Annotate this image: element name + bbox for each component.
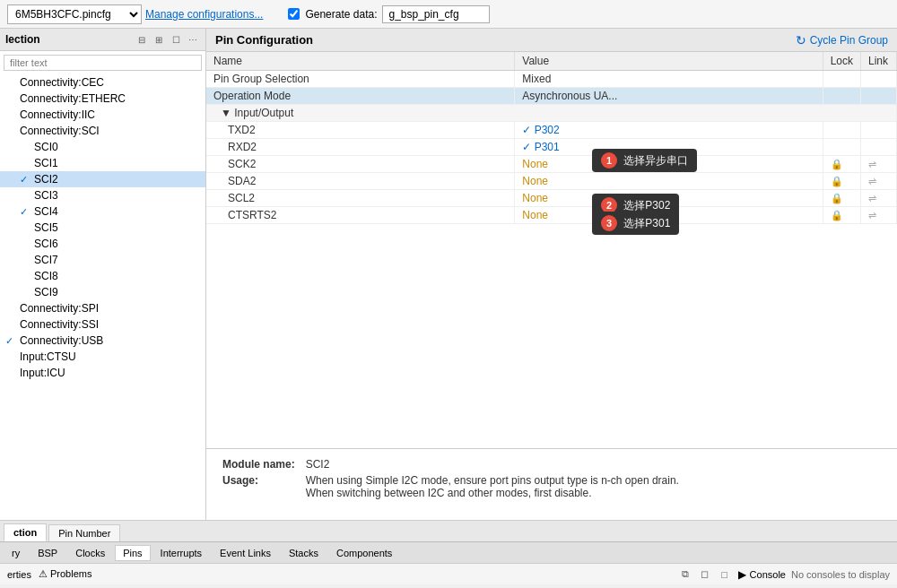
lock-icon: 🔒 — [831, 159, 843, 169]
tree-container: Connectivity:CEC Connectivity:ETHERC Con… — [0, 74, 205, 520]
link-icon: ⇌ — [868, 176, 876, 186]
table-row-rxd2[interactable]: RXD2 ✓ P301 — [206, 139, 897, 156]
tooltip-1: 1 选择异步串口 — [592, 149, 697, 172]
col-header-value: Value — [515, 52, 823, 71]
col-header-link: Link — [861, 52, 897, 71]
generate-input[interactable] — [382, 5, 490, 23]
row-link: ⇌ — [861, 173, 897, 190]
lock-icon: 🔒 — [831, 210, 843, 220]
tab-pin-number[interactable]: Pin Number — [48, 524, 120, 541]
tree-item-ctsu[interactable]: Input:CTSU — [0, 349, 205, 365]
usage-line1: When using Simple I2C mode, ensure port … — [306, 474, 679, 487]
tree-item-sci2[interactable]: ✓SCI2 — [0, 171, 205, 187]
tooltip-number-3: 3 — [601, 215, 617, 231]
tree-item-cec[interactable]: Connectivity:CEC — [0, 74, 205, 91]
module-usage-text: When using Simple I2C mode, ensure port … — [300, 472, 684, 501]
row-name: Operation Mode — [206, 88, 515, 105]
row-value[interactable]: None — [515, 173, 823, 190]
generate-section: Generate data: — [288, 5, 490, 23]
generate-label: Generate data: — [305, 8, 377, 21]
table-row-sck2[interactable]: SCK2 None 🔒 ⇌ — [206, 156, 897, 173]
tree-item-sci5[interactable]: SCI5 — [0, 220, 205, 236]
main-layout: lection ⊟ ⊞ ☐ ⋯ Connectivity:CEC Connect… — [0, 29, 897, 520]
footer-tab-event-links[interactable]: Event Links — [212, 545, 279, 561]
right-panel-header: Pin Configuration ↻ Cycle Pin Group — [206, 29, 897, 52]
problems-label[interactable]: ⚠ Problems — [39, 568, 92, 580]
table-row[interactable]: Pin Group Selection Mixed — [206, 71, 897, 88]
collapse-icon[interactable]: ⊟ — [135, 32, 149, 47]
tree-item-etherc[interactable]: Connectivity:ETHERC — [0, 91, 205, 107]
table-row-sda2[interactable]: SDA2 None 🔒 ⇌ — [206, 173, 897, 190]
console-label: Console — [750, 569, 786, 580]
tree-item-sci6[interactable]: SCI6 — [0, 236, 205, 252]
row-lock — [823, 88, 860, 105]
tree-item-sci7[interactable]: SCI7 — [0, 252, 205, 268]
tree-item-sci3[interactable]: SCI3 — [0, 187, 205, 203]
row-lock — [823, 71, 860, 88]
generate-checkbox[interactable] — [288, 8, 300, 20]
module-name-value: SCI2 — [300, 456, 684, 472]
col-header-lock: Lock — [823, 52, 860, 71]
table-row-ctsrts2[interactable]: CTSRTS2 None 🔒 ⇌ — [206, 207, 897, 224]
filter-input[interactable] — [4, 55, 202, 71]
row-lock: 🔒 — [823, 156, 860, 173]
table-row-txd2[interactable]: TXD2 ✓ P302 — [206, 122, 897, 139]
properties-label[interactable]: erties — [7, 569, 31, 580]
tree-item-sci9[interactable]: SCI9 — [0, 284, 205, 300]
config-dropdown[interactable]: 6M5BH3CFC.pincfg — [7, 4, 142, 24]
console-icon: ▶ — [738, 568, 746, 581]
right-panel: Pin Configuration ↻ Cycle Pin Group Name… — [206, 29, 897, 520]
table-row-operation-mode[interactable]: Operation Mode Asynchronous UA... — [206, 88, 897, 105]
console-button[interactable]: ▶ Console — [738, 568, 786, 581]
more-icon[interactable]: ⋯ — [186, 32, 200, 47]
module-name-row: Module name: SCI2 — [217, 456, 684, 472]
footer-tab-bsp[interactable]: BSP — [30, 545, 65, 561]
expand-icon[interactable]: ⊞ — [152, 32, 166, 47]
status-bar: erties ⚠ Problems ⧉ ◻ □ ▶ Console No con… — [0, 563, 897, 584]
row-value[interactable]: Mixed — [515, 71, 823, 88]
status-right: ⧉ ◻ □ ▶ Console No consoles to display — [677, 566, 890, 583]
row-name: TXD2 — [206, 122, 515, 139]
row-name: Pin Group Selection — [206, 71, 515, 88]
row-link: ⇌ — [861, 156, 897, 173]
cycle-icon: ↻ — [796, 33, 806, 48]
tree-item-sci0[interactable]: SCI0 — [0, 139, 205, 155]
row-link: ⇌ — [861, 207, 897, 224]
row-value[interactable]: ✓ P302 — [515, 122, 823, 139]
manage-configurations-link[interactable]: Manage configurations... — [145, 8, 263, 21]
footer-tab-summary[interactable]: ry — [4, 545, 28, 561]
tree-item-icu[interactable]: Input:ICU — [0, 365, 205, 381]
tree-item-iic[interactable]: Connectivity:IIC — [0, 107, 205, 123]
footer-tab-pins[interactable]: Pins — [115, 545, 150, 561]
close-icon[interactable]: □ — [717, 566, 733, 583]
tree-item-sci8[interactable]: SCI8 — [0, 268, 205, 284]
module-usage-row: Usage: When using Simple I2C mode, ensur… — [217, 472, 684, 501]
footer-tab-stacks[interactable]: Stacks — [281, 545, 327, 561]
tree-item-spi[interactable]: Connectivity:SPI — [0, 300, 205, 316]
row-lock: 🔒 — [823, 207, 860, 224]
tree-item-ssi[interactable]: Connectivity:SSI — [0, 316, 205, 333]
minimize-icon[interactable]: ◻ — [697, 566, 713, 583]
tab-selection[interactable]: ction — [4, 523, 47, 541]
table-row-scl2[interactable]: SCL2 None 🔒 ⇌ — [206, 190, 897, 207]
footer-tab-interrupts[interactable]: Interrupts — [152, 545, 210, 561]
footer-tab-components[interactable]: Components — [328, 545, 400, 561]
tree-item-sci4[interactable]: ✓SCI4 — [0, 203, 205, 220]
row-name: CTSRTS2 — [206, 207, 515, 224]
link-icon: ⇌ — [868, 159, 876, 169]
tree-item-sci1[interactable]: SCI1 — [0, 155, 205, 171]
row-link — [861, 71, 897, 88]
footer-tab-clocks[interactable]: Clocks — [67, 545, 113, 561]
tree-item-sci[interactable]: Connectivity:SCI — [0, 123, 205, 139]
row-value[interactable]: Asynchronous UA... — [515, 88, 823, 105]
row-name: SDA2 — [206, 173, 515, 190]
tree-item-usb[interactable]: ✓Connectivity:USB — [0, 333, 205, 349]
left-panel-header: lection ⊟ ⊞ ☐ ⋯ — [0, 29, 205, 51]
table-section-input-output[interactable]: ▼ Input/Output — [206, 105, 897, 122]
cycle-pin-group-button[interactable]: ↻ Cycle Pin Group — [796, 33, 888, 48]
lock-icon: 🔒 — [831, 176, 843, 186]
external-icon[interactable]: ⧉ — [677, 566, 693, 583]
view-icon[interactable]: ☐ — [169, 32, 183, 47]
config-table: Name Value Lock Link Pin Group Selection… — [206, 52, 897, 448]
footer-tabs: ry BSP Clocks Pins Interrupts Event Link… — [0, 541, 897, 563]
